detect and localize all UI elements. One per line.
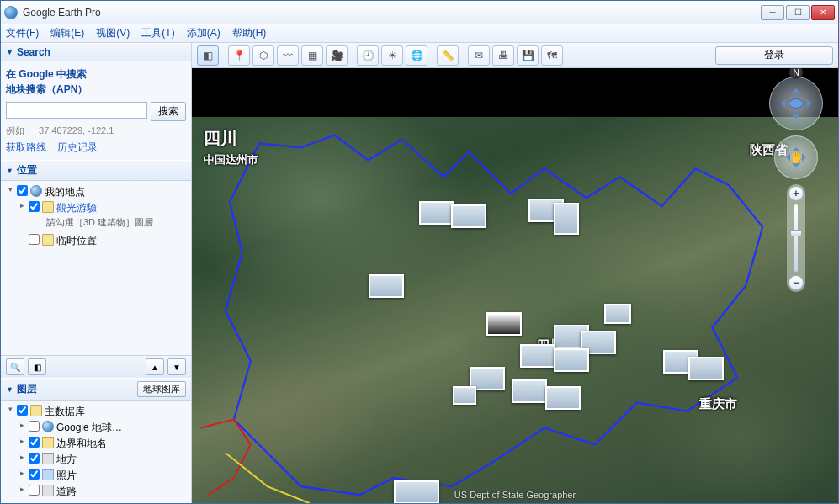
eye-icon: [789, 98, 804, 109]
get-routes-link[interactable]: 获取路线: [6, 141, 46, 153]
find-button[interactable]: 🔍: [6, 358, 24, 375]
minimize-button[interactable]: ─: [761, 5, 784, 20]
checkbox-localplaces[interactable]: [29, 453, 40, 464]
search-tab-google[interactable]: 在 Google 中搜索: [6, 66, 186, 82]
look-compass[interactable]: N: [769, 77, 823, 130]
search-input[interactable]: [6, 102, 147, 119]
email-button[interactable]: ✉: [468, 45, 490, 66]
close-button[interactable]: ✕: [811, 5, 835, 20]
tree-row-myplaces[interactable]: ▾ 我的地点: [6, 184, 186, 200]
checkbox-borders[interactable]: [29, 437, 40, 448]
sidebar-toggle-button[interactable]: ◧: [197, 45, 219, 66]
sunlight-button[interactable]: ☀: [381, 45, 403, 66]
expand-icon[interactable]: ▸: [18, 453, 26, 461]
save-image-button[interactable]: 💾: [517, 45, 539, 66]
tree-row-temp[interactable]: 临时位置: [6, 233, 186, 249]
pan-control[interactable]: ✋: [774, 135, 818, 179]
zoom-slider[interactable]: [794, 204, 798, 272]
ruler-button[interactable]: 📏: [437, 45, 459, 66]
photo-thumbnail[interactable]: [451, 204, 486, 228]
print-button[interactable]: 🖶: [492, 45, 514, 66]
tree-row-primarydb[interactable]: ▾ 主数据库: [6, 404, 186, 420]
photo-thumbnail[interactable]: [453, 386, 476, 405]
maximize-button[interactable]: ☐: [786, 5, 810, 20]
photo-thumbnail[interactable]: [369, 274, 404, 298]
look-left-arrow[interactable]: [777, 99, 785, 108]
map-viewport[interactable]: 四川 中国达州市 陕西省 四川省 重庆市 N: [192, 68, 838, 503]
search-button[interactable]: 搜索: [151, 102, 186, 121]
search-panel: 在 Google 中搜索 地块搜索（APN） 搜索 例如：: 37.407229…: [1, 61, 191, 160]
planet-button[interactable]: 🌐: [406, 45, 427, 66]
search-panel-header[interactable]: ▼ Search: [1, 43, 191, 61]
checkbox-myplaces[interactable]: [17, 185, 28, 196]
look-up-arrow[interactable]: [792, 84, 800, 93]
tree-row-ge[interactable]: ▸ Google 地球…: [6, 420, 186, 436]
up-button[interactable]: ▲: [146, 358, 164, 375]
checkbox-temp[interactable]: [29, 234, 40, 245]
zoom-slider-thumb[interactable]: [790, 230, 802, 236]
panel-toggle-button[interactable]: ◧: [28, 358, 46, 375]
pan-right-arrow[interactable]: [802, 153, 810, 162]
compass-north-label[interactable]: N: [789, 68, 803, 79]
checkbox-sightseeing[interactable]: [29, 201, 40, 212]
menu-add[interactable]: 添加(A): [187, 26, 220, 40]
tree-row-localplaces[interactable]: ▸ 地方: [6, 452, 186, 468]
photo-thumbnail[interactable]: [419, 201, 454, 225]
image-overlay-button[interactable]: ▦: [301, 45, 323, 66]
menu-tools[interactable]: 工具(T): [141, 26, 174, 40]
expand-icon[interactable]: ▾: [6, 405, 14, 413]
history-link[interactable]: 历史记录: [57, 141, 98, 153]
checkbox-primarydb[interactable]: [17, 405, 28, 416]
checkbox-roads[interactable]: [29, 485, 40, 496]
search-hint: 例如：: 37.407229, -122.1: [6, 125, 186, 137]
down-button[interactable]: ▼: [167, 358, 186, 375]
roads-icon: [42, 485, 54, 496]
pan-down-arrow[interactable]: [792, 163, 800, 172]
menu-help[interactable]: 帮助(H): [232, 26, 267, 40]
view-in-maps-button[interactable]: 🗺: [541, 45, 563, 66]
folder-icon: [30, 405, 42, 416]
photo-thumbnail[interactable]: [394, 480, 439, 503]
tree-row-sightseeing[interactable]: ▸ 觀光游驗: [6, 200, 186, 216]
checkbox-ge[interactable]: [29, 421, 40, 432]
collapse-icon: ▼: [6, 167, 13, 175]
path-button[interactable]: 〰: [277, 45, 299, 66]
photo-thumbnail[interactable]: [688, 357, 724, 380]
zoom-in-button[interactable]: +: [789, 186, 804, 201]
login-button[interactable]: 登录: [715, 46, 833, 65]
search-tab-apn[interactable]: 地块搜索（APN）: [6, 82, 186, 97]
tree-row-photos[interactable]: ▸ 照片: [6, 468, 186, 484]
photo-thumbnail[interactable]: [520, 344, 555, 368]
earth-gallery-button[interactable]: 地球图库: [137, 381, 186, 397]
tree-row-roads[interactable]: ▸ 道路: [6, 484, 186, 500]
expand-icon[interactable]: ▾: [6, 185, 14, 194]
layers-panel-header[interactable]: ▼ 图层 地球图库: [1, 378, 191, 401]
menu-file[interactable]: 文件(F): [6, 26, 39, 40]
photo-thumbnail[interactable]: [545, 386, 581, 410]
placemark-button[interactable]: 📍: [228, 45, 250, 66]
menu-edit[interactable]: 编辑(E): [50, 26, 84, 40]
look-down-arrow[interactable]: [792, 114, 800, 123]
expand-icon[interactable]: ▸: [18, 437, 26, 445]
photo-thumbnail[interactable]: [604, 304, 631, 324]
borders-overlay: [192, 68, 838, 503]
polygon-button[interactable]: ⬡: [252, 45, 274, 66]
places-panel-header[interactable]: ▼ 位置: [1, 160, 191, 181]
look-right-arrow[interactable]: [807, 99, 815, 108]
expand-icon[interactable]: ▸: [18, 421, 26, 429]
menu-view[interactable]: 视图(V): [96, 26, 130, 40]
expand-icon[interactable]: ▸: [18, 201, 26, 210]
layers-panel: ▾ 主数据库 ▸ Google 地球… ▸ 边界和地名 ▸: [1, 401, 191, 503]
history-button[interactable]: 🕘: [357, 45, 379, 66]
expand-icon[interactable]: ▸: [18, 469, 26, 477]
zoom-out-button[interactable]: −: [789, 275, 804, 290]
tree-row-borders[interactable]: ▸ 边界和地名: [6, 436, 186, 452]
checkbox-photos[interactable]: [29, 469, 40, 480]
photo-thumbnail[interactable]: [554, 203, 579, 235]
photo-thumbnail[interactable]: [486, 312, 522, 336]
expand-icon[interactable]: ▸: [18, 485, 26, 493]
photo-thumbnail[interactable]: [554, 348, 589, 372]
temp-label: 临时位置: [56, 234, 186, 248]
photo-thumbnail[interactable]: [512, 379, 547, 403]
record-tour-button[interactable]: 🎥: [326, 45, 348, 66]
